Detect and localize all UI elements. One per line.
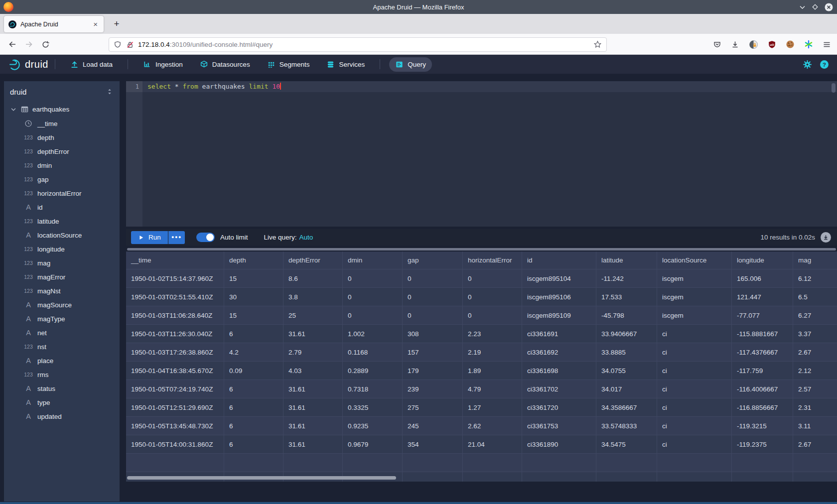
connection-not-secure-icon[interactable] — [126, 41, 134, 49]
table-cell[interactable]: 1950-01-03T11:26:30.040Z — [126, 325, 224, 343]
sidebar-column-dmin[interactable]: 123dmin — [4, 158, 120, 172]
nav-item-query[interactable]: Query — [389, 57, 432, 72]
table-cell[interactable]: 1950-01-05T12:51:29.690Z — [126, 398, 224, 416]
table-cell[interactable]: 15 — [224, 306, 283, 324]
table-cell[interactable]: 31.61 — [283, 435, 343, 453]
colorful-asterisk-extension-icon[interactable] — [804, 40, 813, 49]
new-tab-button[interactable]: + — [110, 17, 123, 30]
column-header-dmin[interactable]: dmin — [343, 252, 403, 269]
table-cell[interactable]: 21.04 — [463, 435, 522, 453]
table-cell[interactable]: 6.5 — [793, 288, 837, 306]
table-cell[interactable]: 1950-01-05T07:24:19.740Z — [126, 380, 224, 398]
tracking-protection-shield-icon[interactable] — [114, 41, 122, 49]
table-cell[interactable]: 1950-01-05T14:00:31.860Z — [126, 435, 224, 453]
table-cell[interactable]: 0.7318 — [343, 380, 403, 398]
column-header-__time[interactable]: __time — [126, 252, 224, 269]
table-cell[interactable]: ci — [657, 325, 732, 343]
table-cell[interactable]: 3.8 — [283, 288, 343, 306]
table-cell[interactable]: 0.2889 — [343, 362, 403, 379]
sql-editor[interactable]: 1 select * from earthquakes limit 10 — [126, 81, 837, 227]
table-cell[interactable]: 0.9679 — [343, 435, 403, 453]
download-results-button[interactable] — [821, 232, 831, 243]
table-cell[interactable]: -116.4006667 — [732, 380, 793, 398]
table-cell[interactable]: 4.2 — [224, 343, 283, 361]
table-cell[interactable]: ci — [657, 435, 732, 453]
table-cell[interactable]: 0 — [463, 288, 522, 306]
table-cell[interactable]: 4.79 — [463, 380, 522, 398]
table-cell[interactable]: 0 — [403, 306, 463, 324]
table-cell[interactable]: ci3361691 — [522, 325, 596, 343]
table-cell[interactable]: 0 — [463, 269, 522, 287]
table-cell[interactable]: 4.03 — [283, 362, 343, 379]
sidebar-column-__time[interactable]: __time — [4, 117, 120, 130]
table-cell[interactable]: -11.242 — [596, 269, 657, 287]
table-cell[interactable]: 34.0755 — [596, 362, 657, 379]
sidebar-column-latitude[interactable]: 123latitude — [4, 214, 120, 228]
downloads-icon[interactable] — [731, 40, 739, 49]
settings-gear-icon[interactable] — [803, 60, 812, 69]
tab-apache-druid[interactable]: Apache Druid × — [4, 16, 104, 32]
table-cell[interactable]: 31.61 — [283, 325, 343, 343]
nav-item-ingestion[interactable]: Ingestion — [137, 57, 189, 72]
table-cell[interactable]: 1950-01-03T11:06:28.640Z — [126, 306, 224, 324]
nav-item-load-data[interactable]: Load data — [64, 57, 119, 72]
minimize-button[interactable] — [799, 4, 806, 10]
table-cell[interactable]: -119.2375 — [732, 435, 793, 453]
table-cell[interactable]: 1.27 — [463, 398, 522, 416]
table-cell[interactable]: -117.759 — [732, 362, 793, 379]
table-cell[interactable]: 2.62 — [463, 417, 522, 435]
table-cell[interactable]: iscgem895104 — [522, 269, 596, 287]
table-cell[interactable]: 6 — [224, 417, 283, 435]
table-cell[interactable]: 30 — [224, 288, 283, 306]
druid-brand[interactable]: druid — [8, 58, 48, 71]
forward-button[interactable] — [22, 38, 35, 51]
table-cell[interactable]: -119.3215 — [732, 417, 793, 435]
table-cell[interactable]: 1950-01-05T13:45:48.730Z — [126, 417, 224, 435]
run-button[interactable]: Run — [131, 231, 168, 244]
table-cell[interactable]: 0.9235 — [343, 417, 403, 435]
table-cell[interactable]: 121.447 — [732, 288, 793, 306]
table-cell[interactable]: 8.6 — [283, 269, 343, 287]
table-cell[interactable]: ci — [657, 362, 732, 379]
table-cell[interactable]: 0 — [343, 269, 403, 287]
sidebar-column-nst[interactable]: 123nst — [4, 340, 120, 354]
table-cell[interactable]: 0 — [343, 306, 403, 324]
schema-selector[interactable]: druid — [4, 81, 120, 102]
table-cell[interactable]: 17.533 — [596, 288, 657, 306]
table-cell[interactable]: ci3361753 — [522, 417, 596, 435]
table-cell[interactable]: 2.79 — [283, 343, 343, 361]
table-cell[interactable]: ci3361692 — [522, 343, 596, 361]
table-cell[interactable]: 0 — [403, 269, 463, 287]
table-cell[interactable]: 1.89 — [463, 362, 522, 379]
table-cell[interactable]: 6 — [224, 398, 283, 416]
sidebar-column-longitude[interactable]: 123longitude — [4, 242, 120, 256]
bookmark-star-icon[interactable] — [593, 40, 602, 49]
table-cell[interactable]: 34.017 — [596, 380, 657, 398]
table-cell[interactable]: ci3361720 — [522, 398, 596, 416]
nav-item-segments[interactable]: Segments — [261, 57, 316, 72]
sidebar-table-earthquakes[interactable]: earthquakes — [4, 102, 120, 117]
table-cell[interactable]: 2.12 — [793, 362, 837, 379]
table-cell[interactable]: 239 — [403, 380, 463, 398]
back-button[interactable] — [6, 38, 19, 51]
table-cell[interactable]: iscgem — [657, 306, 732, 324]
table-cell[interactable]: 6.12 — [793, 269, 837, 287]
help-icon[interactable]: ? — [820, 60, 829, 69]
ublock-origin-icon[interactable]: uO — [768, 40, 776, 49]
panel-resize-handle[interactable] — [127, 248, 836, 251]
sidebar-column-id[interactable]: Aid — [4, 200, 120, 214]
sidebar-column-magNst[interactable]: 123magNst — [4, 284, 120, 298]
table-cell[interactable]: 0 — [343, 288, 403, 306]
table-cell[interactable]: 6 — [224, 380, 283, 398]
url-bar[interactable]: 172.18.0.4:30109/unified-console.html#qu… — [109, 37, 607, 52]
table-cell[interactable]: iscgem895106 — [522, 288, 596, 306]
table-cell[interactable]: 0.1168 — [343, 343, 403, 361]
column-header-depthError[interactable]: depthError — [283, 252, 343, 269]
auto-limit-toggle[interactable] — [196, 233, 215, 242]
table-cell[interactable]: ci3361698 — [522, 362, 596, 379]
table-cell[interactable]: 1950-01-03T02:51:55.410Z — [126, 288, 224, 306]
sidebar-column-magType[interactable]: AmagType — [4, 312, 120, 326]
close-button[interactable] — [825, 3, 833, 11]
sidebar-column-depthError[interactable]: 123depthError — [4, 144, 120, 158]
table-cell[interactable]: 1950-01-02T15:14:37.960Z — [126, 269, 224, 287]
